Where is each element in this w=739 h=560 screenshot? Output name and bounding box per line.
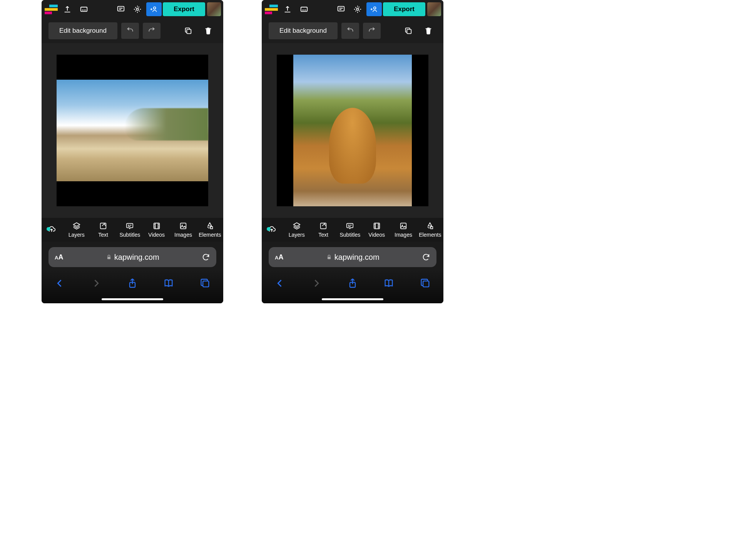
canvas-image[interactable]	[293, 55, 411, 206]
lock-icon	[326, 254, 332, 260]
trash-icon	[424, 27, 433, 35]
edit-background-button[interactable]: Edit background	[48, 22, 117, 39]
edit-background-button[interactable]: Edit background	[269, 22, 338, 39]
canvas[interactable]	[57, 55, 208, 206]
canvas-area[interactable]	[42, 43, 223, 218]
comments-button[interactable]	[113, 2, 129, 16]
tabs-icon	[420, 278, 431, 289]
cloud-upload-icon	[47, 225, 56, 233]
subtitles-label: Subtitles	[119, 232, 140, 238]
nav-forward-button[interactable]	[308, 275, 325, 292]
bottom-toolbar: Layers Text Subtitles Videos Images Elem…	[42, 218, 223, 242]
svg-rect-20	[374, 223, 380, 229]
images-label: Images	[174, 232, 192, 238]
home-indicator[interactable]	[322, 298, 383, 300]
undo-button[interactable]	[341, 23, 359, 39]
gear-icon	[133, 5, 142, 13]
nav-back-button[interactable]	[51, 275, 68, 292]
duplicate-button[interactable]	[180, 23, 196, 39]
safari-address-area: AA kapwing.com	[262, 242, 443, 270]
text-size-button[interactable]: AA	[275, 253, 283, 261]
upload-icon	[283, 5, 292, 13]
text-size-button[interactable]: AA	[55, 253, 63, 261]
address-bar[interactable]: AA kapwing.com	[48, 247, 216, 267]
subtitles-tool[interactable]: Subtitles	[337, 222, 363, 238]
safari-bottom-nav	[42, 270, 223, 303]
videos-icon	[152, 222, 161, 230]
chevron-right-icon	[91, 278, 102, 289]
videos-tool[interactable]: Videos	[143, 222, 170, 238]
tabs-button[interactable]	[417, 275, 434, 292]
nav-forward-button[interactable]	[88, 275, 105, 292]
caption-button[interactable]	[296, 2, 312, 16]
svg-rect-19	[347, 224, 353, 228]
add-user-button[interactable]	[146, 2, 162, 16]
svg-rect-21	[401, 223, 406, 229]
bookmarks-button[interactable]	[380, 275, 397, 292]
bookmarks-button[interactable]	[160, 275, 177, 292]
kapwing-logo[interactable]	[44, 3, 59, 15]
layers-tool[interactable]: Layers	[63, 222, 90, 238]
reload-icon[interactable]	[422, 253, 430, 261]
canvas-area[interactable]	[262, 43, 443, 218]
upload-button[interactable]	[60, 2, 75, 16]
canvas-image[interactable]	[57, 80, 208, 181]
address-content[interactable]: kapwing.com	[283, 253, 422, 262]
videos-label: Videos	[368, 232, 385, 238]
comments-button[interactable]	[333, 2, 349, 16]
elements-label: Elements	[199, 232, 221, 238]
upload-button[interactable]	[280, 2, 295, 16]
videos-label: Videos	[148, 232, 165, 238]
redo-button[interactable]	[143, 23, 161, 39]
images-tool[interactable]: Images	[390, 222, 416, 238]
chevron-left-icon	[54, 278, 65, 289]
reload-icon[interactable]	[202, 253, 210, 261]
canvas[interactable]	[277, 55, 428, 206]
caption-icon	[300, 5, 308, 13]
nav-back-button[interactable]	[271, 275, 288, 292]
text-tool[interactable]: Text	[90, 222, 116, 238]
editor-screen-left: Export Edit background Layers	[42, 0, 223, 303]
caption-button[interactable]	[76, 2, 92, 16]
layers-tool[interactable]: Layers	[283, 222, 310, 238]
layers-label: Layers	[289, 232, 305, 238]
settings-button[interactable]	[350, 2, 365, 16]
comment-icon	[117, 5, 125, 13]
share-button[interactable]	[124, 275, 141, 292]
text-tool[interactable]: Text	[310, 222, 336, 238]
duplicate-icon	[404, 27, 413, 35]
delete-button[interactable]	[420, 23, 436, 39]
svg-rect-13	[301, 7, 308, 12]
elements-tool[interactable]: Elements	[197, 222, 223, 238]
svg-rect-7	[154, 223, 159, 229]
subtitles-tool[interactable]: Subtitles	[117, 222, 143, 238]
share-icon	[347, 278, 358, 289]
kapwing-logo[interactable]	[264, 3, 279, 15]
export-button[interactable]: Export	[383, 2, 425, 16]
export-button[interactable]: Export	[163, 2, 205, 16]
text-icon	[319, 222, 328, 230]
redo-icon	[148, 27, 155, 35]
loading-indicator	[262, 225, 283, 235]
address-bar[interactable]: AA kapwing.com	[269, 247, 436, 267]
add-user-icon	[150, 5, 158, 13]
settings-button[interactable]	[130, 2, 145, 16]
user-avatar[interactable]	[427, 2, 441, 16]
lock-icon	[106, 254, 112, 260]
home-indicator[interactable]	[102, 298, 163, 300]
user-avatar[interactable]	[207, 2, 221, 16]
images-tool[interactable]: Images	[170, 222, 196, 238]
svg-rect-23	[328, 257, 331, 259]
text-label: Text	[318, 232, 328, 238]
delete-button[interactable]	[200, 23, 216, 39]
videos-tool[interactable]: Videos	[363, 222, 390, 238]
elements-tool[interactable]: Elements	[417, 222, 443, 238]
add-user-button[interactable]	[366, 2, 382, 16]
duplicate-button[interactable]	[400, 23, 416, 39]
address-content[interactable]: kapwing.com	[63, 253, 202, 262]
svg-rect-18	[321, 223, 326, 229]
undo-button[interactable]	[121, 23, 139, 39]
share-button[interactable]	[344, 275, 361, 292]
tabs-button[interactable]	[197, 275, 214, 292]
redo-button[interactable]	[363, 23, 381, 39]
